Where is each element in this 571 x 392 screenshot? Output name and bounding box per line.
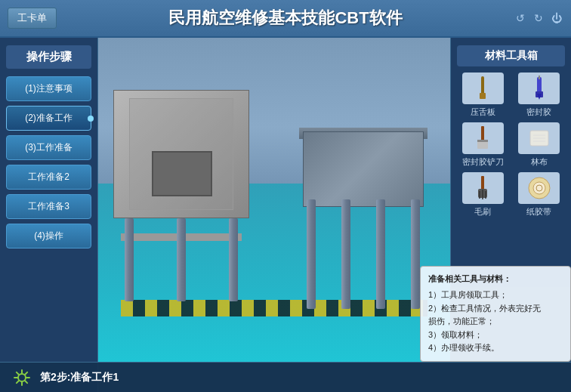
tool-item-1[interactable]: 压舌板 — [457, 73, 509, 118]
redo-icon[interactable]: ↻ — [532, 11, 545, 25]
power-icon[interactable]: ⏻ — [550, 11, 563, 25]
page-title: 民用航空维修基本技能CBT软件 — [168, 7, 402, 29]
tool-label-5: 毛刷 — [474, 206, 491, 218]
svg-rect-13 — [481, 176, 484, 190]
desc-line-5: 4）办理领收手续。 — [428, 341, 563, 355]
tool-label-1: 压舌板 — [471, 106, 495, 118]
header-controls: ↺ ↻ ⏻ — [514, 11, 563, 25]
tool-item-2[interactable]: 密封胶 — [514, 73, 566, 118]
description-box: 准备相关工具与材料： 1）工具房领取工具； 2）检查工具情况，外表完好无 损伤，… — [420, 266, 571, 362]
leg5 — [341, 199, 350, 309]
bench1-cutout — [152, 151, 212, 196]
svg-point-21 — [18, 374, 26, 381]
bench1-legs — [113, 218, 249, 301]
tool-icon-spatula — [462, 73, 504, 104]
leg3 — [229, 218, 238, 301]
desc-line-2: 2）检查工具情况，外表完好无 — [428, 302, 563, 316]
desc-line-1: 1）工具房领取工具； — [428, 289, 563, 302]
tool-icon-syringe — [518, 73, 560, 104]
tool-icon-cloth — [518, 122, 560, 154]
leg2 — [177, 218, 186, 301]
tool-label-3: 密封胶铲刀 — [462, 156, 504, 168]
leg4 — [307, 199, 316, 309]
desc-title: 准备相关工具与材料： — [428, 273, 563, 286]
settings-icon[interactable] — [11, 367, 32, 388]
undo-icon[interactable]: ↺ — [514, 11, 527, 25]
step-btn-5[interactable]: 工作准备3 — [6, 194, 91, 219]
leg6 — [376, 199, 385, 309]
right-panel: 材料工具箱 压舌板 — [450, 38, 571, 287]
tool-label-2: 密封胶 — [526, 106, 551, 118]
svg-rect-6 — [481, 126, 484, 141]
left-panel-title: 操作步骤 — [6, 45, 91, 69]
step-label: 第2步:准备工作1 — [40, 371, 119, 384]
step-btn-2[interactable]: (2)准备工作 — [6, 106, 91, 131]
step-btn-4[interactable]: 工作准备2 — [6, 165, 91, 190]
tool-icon-scraper — [462, 122, 504, 154]
desc-line-3: 损伤，功能正常； — [428, 315, 563, 329]
left-panel: 操作步骤 (1)注意事项 (2)准备工作 (3)工作准备 工作准备2 工作准备3… — [0, 38, 98, 392]
svg-rect-8 — [477, 140, 488, 142]
svg-rect-2 — [537, 77, 542, 94]
bench2-surface — [303, 131, 424, 207]
header: 工卡单 民用航空维修基本技能CBT软件 ↺ ↻ ⏻ — [0, 0, 571, 38]
bench2-legs — [299, 199, 427, 309]
svg-point-20 — [536, 185, 542, 191]
desc-line-4: 3）领取材料； — [428, 329, 563, 342]
tools-grid: 压舌板 密封胶 — [457, 73, 565, 218]
tool-label-4: 林布 — [531, 156, 548, 168]
tool-item-3[interactable]: 密封胶铲刀 — [457, 122, 509, 168]
main-area: 操作步骤 (1)注意事项 (2)准备工作 (3)工作准备 工作准备2 工作准备3… — [0, 38, 571, 392]
scene-area — [98, 38, 450, 362]
right-panel-title: 材料工具箱 — [457, 45, 565, 66]
svg-rect-5 — [539, 76, 540, 79]
tool-item-6[interactable]: 纸胶带 — [514, 172, 566, 218]
step-btn-6[interactable]: (4)操作 — [6, 224, 91, 248]
bottom-bar: 第2步:准备工作1 — [0, 362, 571, 392]
active-dot — [88, 116, 94, 122]
tool-item-4[interactable]: 林布 — [514, 122, 566, 168]
menu-button[interactable]: 工卡单 — [8, 8, 57, 29]
bench1-top — [113, 90, 249, 218]
tool-icon-brush — [462, 172, 504, 204]
step-btn-1[interactable]: (1)注意事项 — [6, 76, 91, 101]
workbench-table — [299, 128, 427, 309]
svg-rect-1 — [480, 93, 486, 99]
leg1 — [125, 218, 134, 301]
tool-icon-tape — [518, 172, 560, 204]
tool-item-5[interactable]: 毛刷 — [457, 172, 509, 218]
step-btn-3[interactable]: (3)工作准备 — [6, 135, 91, 160]
tool-label-6: 纸胶带 — [526, 206, 551, 218]
workbench-tall — [113, 90, 249, 301]
leg7 — [411, 199, 420, 309]
